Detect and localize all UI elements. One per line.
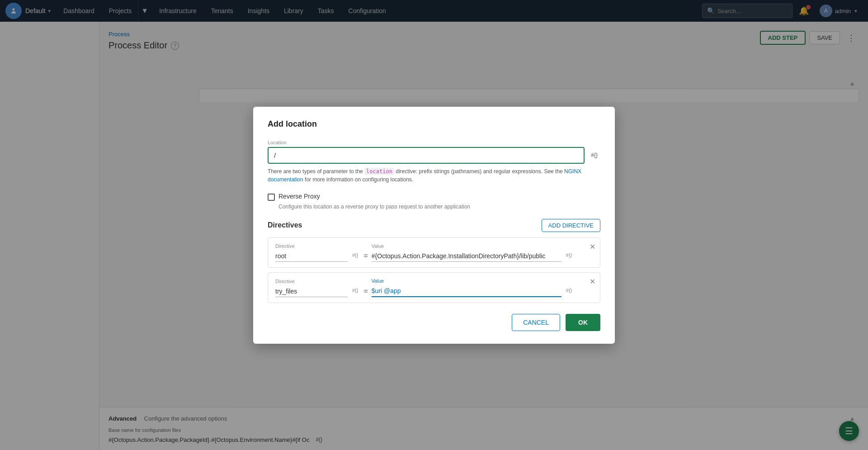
location-field-label: Location (268, 140, 600, 145)
location-input-wrap (268, 147, 585, 164)
directive-label-1: Directive (275, 279, 360, 284)
directive-label-0: Directive (275, 243, 360, 249)
directive-input-1[interactable] (275, 286, 348, 297)
reverse-proxy-label: Reverse Proxy (278, 193, 320, 200)
directive-input-0[interactable] (275, 251, 348, 262)
location-field-row: #{} (268, 147, 600, 164)
directives-title: Directives (268, 221, 302, 229)
modal-footer: CANCEL OK (268, 314, 600, 331)
reverse-proxy-desc: Configure this location as a reverse pro… (278, 204, 600, 210)
modal-title: Add location (268, 119, 600, 129)
reverse-proxy-checkbox[interactable] (268, 194, 275, 201)
directive-row-1: ✕ Directive #{} = Value #{} (268, 272, 600, 303)
directive-hash-right-0[interactable]: #{} (564, 251, 574, 261)
location-input[interactable] (268, 147, 585, 164)
location-directive-code: location (364, 168, 394, 175)
reverse-proxy-row: Reverse Proxy (268, 193, 600, 201)
location-hint: There are two types of parameter to the … (268, 167, 600, 184)
directives-header: Directives ADD DIRECTIVE (268, 219, 600, 232)
value-label-0: Value (372, 243, 574, 249)
directive-hash-left-0[interactable]: #{} (350, 251, 360, 261)
directive-hash-right-1[interactable]: #{} (564, 286, 574, 297)
value-label-1: Value (372, 278, 574, 284)
directive-row-0: ✕ Directive #{} = Value #{} (268, 237, 600, 268)
ok-button[interactable]: OK (566, 314, 600, 331)
add-location-modal: Add location Location #{} There are two … (253, 107, 615, 344)
directive-value-input-0[interactable] (372, 251, 561, 262)
directive-hash-left-1[interactable]: #{} (350, 286, 360, 297)
modal-overlay: Add location Location #{} There are two … (0, 0, 868, 450)
directive-close-0[interactable]: ✕ (590, 242, 595, 251)
directive-equals-0: = (363, 252, 368, 262)
location-hash-button[interactable]: #{} (588, 150, 600, 160)
directive-value-input-1[interactable] (372, 285, 561, 297)
directive-equals-1: = (363, 287, 368, 297)
add-directive-button[interactable]: ADD DIRECTIVE (542, 219, 600, 232)
cancel-button[interactable]: CANCEL (512, 314, 560, 331)
directive-close-1[interactable]: ✕ (590, 277, 595, 286)
